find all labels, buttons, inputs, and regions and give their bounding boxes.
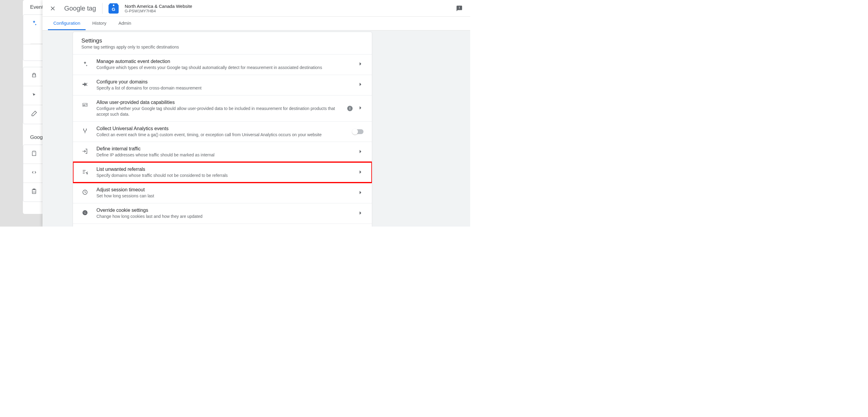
feedback-icon [456, 5, 463, 12]
tab-admin[interactable]: Admin [113, 17, 137, 30]
row-subtitle: Change how long cookies last and how the… [96, 214, 350, 219]
settings-row-login[interactable]: Define internal trafficDefine IP address… [73, 141, 372, 162]
settings-row-sparkle[interactable]: Manage automatic event detectionConfigur… [73, 55, 372, 75]
show-less-button[interactable]: Show less [73, 224, 372, 227]
row-rhs [357, 210, 364, 218]
tag-badge-icon [108, 3, 119, 13]
settings-card-header: Settings Some tag settings apply only to… [73, 32, 372, 55]
tab-configuration[interactable]: Configuration [48, 17, 86, 30]
row-subtitle: Specify a list of domains for cross-doma… [96, 85, 350, 91]
row-title: Define internal traffic [96, 146, 350, 152]
row-subtitle: Define IP addresses whose traffic should… [96, 152, 350, 158]
merge-arrows-icon [81, 80, 89, 89]
divider [102, 3, 102, 14]
chevron-right-icon [357, 104, 364, 113]
property-label: North America & Canada Website G-PSW1MY7… [125, 4, 192, 13]
property-id: G-PSW1MY7HB4 [125, 9, 192, 13]
filter-check-icon [81, 167, 89, 176]
google-tag-sheet: Google tag North America & Canada Websit… [42, 0, 470, 227]
click-icon [30, 91, 38, 98]
clipboard-code-icon [30, 188, 38, 195]
settings-row-id-card[interactable]: Allow user-provided data capabilitiesCon… [73, 95, 372, 121]
row-rhs: i [347, 104, 364, 113]
chevron-right-icon [357, 148, 364, 156]
row-title: Allow user-provided data capabilities [96, 100, 340, 105]
chevron-right-icon [357, 189, 364, 197]
row-subtitle: Set how long sessions can last [96, 193, 350, 199]
row-subtitle: Configure which types of events your Goo… [96, 65, 350, 70]
svg-point-7 [84, 213, 85, 214]
eraser-icon [30, 110, 38, 117]
feedback-button[interactable] [455, 4, 464, 13]
sparkle-icon [81, 60, 89, 68]
sheet-tabs: Configuration History Admin [42, 17, 470, 30]
svg-point-4 [83, 210, 88, 216]
tag-outline-icon [30, 150, 38, 157]
svg-point-6 [85, 212, 86, 212]
row-rhs [357, 61, 364, 68]
svg-point-5 [84, 212, 84, 213]
row-rhs [357, 81, 364, 89]
tap-icon [30, 72, 38, 79]
id-card-icon [81, 101, 89, 109]
property-name: North America & Canada Website [125, 4, 192, 9]
svg-point-8 [85, 213, 86, 214]
tab-history[interactable]: History [87, 17, 112, 30]
chevron-right-icon [357, 81, 364, 89]
row-subtitle: Collect an event each time a ga() custom… [96, 132, 345, 138]
settings-row-cookie[interactable]: Override cookie settingsChange how long … [73, 203, 372, 224]
toggle-switch[interactable] [352, 129, 364, 134]
sparkle-icon [30, 20, 38, 27]
row-title: Configure your domains [96, 79, 350, 85]
clock-icon [81, 188, 89, 196]
close-button[interactable] [47, 3, 58, 14]
row-rhs [357, 189, 364, 197]
settings-row-clock[interactable]: Adjust session timeoutSet how long sessi… [73, 183, 372, 203]
settings-row-fork[interactable]: Collect Universal Analytics eventsCollec… [73, 121, 372, 142]
row-title: List unwanted referrals [96, 167, 350, 172]
cookie-icon [81, 208, 89, 217]
settings-subtitle: Some tag settings apply only to specific… [82, 44, 364, 50]
close-icon [50, 5, 56, 12]
chevron-right-icon [357, 210, 364, 218]
fork-icon [81, 127, 89, 135]
row-title: Adjust session timeout [96, 187, 350, 193]
row-title: Manage automatic event detection [96, 59, 350, 64]
settings-title: Settings [82, 37, 364, 44]
row-subtitle: Configure whether your Google tag should… [96, 106, 340, 117]
google-tag-logo: Google tag [64, 4, 96, 12]
row-title: Collect Universal Analytics events [96, 126, 345, 131]
settings-row-filter-check[interactable]: List unwanted referralsSpecify domains w… [73, 162, 372, 183]
row-rhs [357, 148, 364, 156]
info-icon[interactable]: i [347, 106, 352, 111]
settings-row-merge-arrows[interactable]: Configure your domainsSpecify a list of … [73, 75, 372, 95]
row-title: Override cookie settings [96, 207, 350, 213]
sheet-body: Settings Some tag settings apply only to… [42, 30, 470, 227]
sheet-header: Google tag North America & Canada Websit… [42, 0, 470, 17]
chevron-right-icon [357, 61, 364, 68]
chevron-right-icon [357, 169, 364, 177]
row-rhs [352, 129, 364, 134]
login-icon [81, 147, 89, 156]
svg-point-2 [84, 104, 85, 105]
code-icon [30, 169, 38, 176]
row-subtitle: Specify domains whose traffic should not… [96, 173, 350, 179]
settings-card: Settings Some tag settings apply only to… [73, 32, 372, 227]
row-rhs [357, 169, 364, 177]
